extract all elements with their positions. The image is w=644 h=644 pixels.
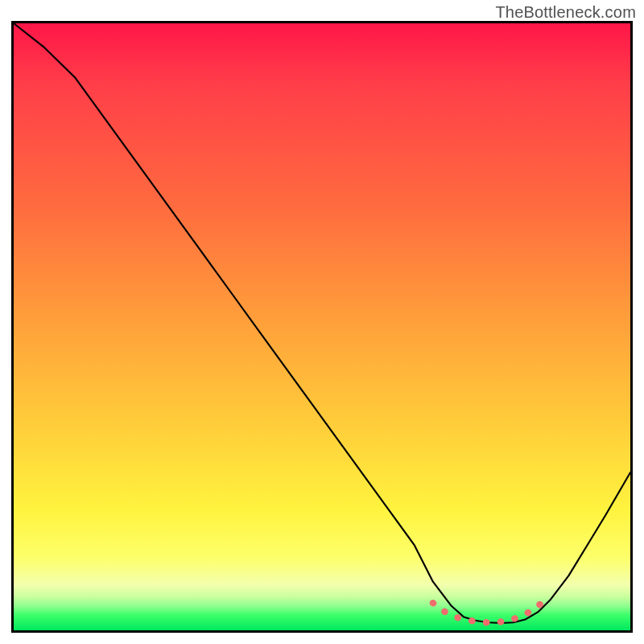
plot-area — [11, 21, 633, 633]
curve-layer — [14, 23, 630, 630]
bottleneck-curve — [14, 23, 630, 623]
figure: TheBottleneck.com — [0, 0, 644, 644]
watermark-label: TheBottleneck.com — [495, 3, 636, 22]
